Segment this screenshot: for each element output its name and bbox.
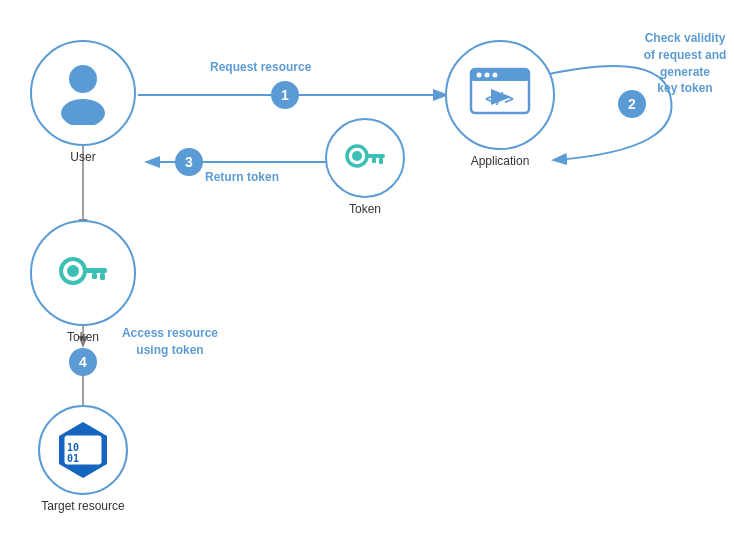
svg-rect-16 [367,154,385,158]
access-resource-label: Access resourceusing token [105,325,235,359]
application-label: Application [471,154,530,168]
step1-circle: 1 [271,81,299,109]
application-circle: </> [445,40,555,150]
user-icon [56,61,110,125]
user-label: User [70,150,95,164]
application-node: </> Application [445,40,555,168]
user-node: User [30,40,136,164]
svg-rect-18 [372,158,376,163]
request-resource-label: Request resource [210,60,311,74]
token-mid-node: Token [325,118,405,216]
token-mid-circle [325,118,405,198]
target-circle: 10 01 [38,405,128,495]
svg-text:10: 10 [67,442,79,453]
svg-rect-17 [379,158,383,164]
svg-text:01: 01 [67,453,79,464]
svg-rect-23 [92,273,97,279]
svg-point-15 [352,151,362,161]
check-validity-label: Check validityof request andgeneratekey … [635,30,734,97]
step4-circle: 4 [69,348,97,376]
key-mid-icon [343,136,387,180]
application-icon: </> [469,67,531,123]
diagram: User </> Application [0,0,734,535]
token-left-circle [30,220,136,326]
target-node: 10 01 Target resource [30,405,136,513]
step3-circle: 3 [175,148,203,176]
svg-text:</>: </> [485,89,514,108]
key-left-icon [56,246,110,300]
svg-point-6 [61,99,105,125]
svg-point-20 [67,265,79,277]
svg-point-9 [477,73,482,78]
target-icon: 10 01 [51,418,115,482]
svg-rect-21 [85,268,107,273]
svg-point-10 [485,73,490,78]
svg-point-5 [69,65,97,93]
svg-rect-22 [100,273,105,280]
target-label: Target resource [41,499,124,513]
token-mid-label: Token [349,202,381,216]
token-left-label: Token [67,330,99,344]
svg-point-11 [493,73,498,78]
return-token-label: Return token [205,170,279,184]
user-circle [30,40,136,146]
